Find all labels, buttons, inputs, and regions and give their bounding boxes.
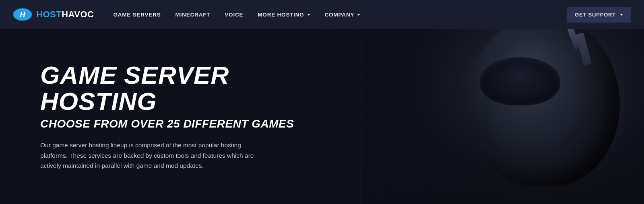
nav-item-minecraft[interactable]: MINECRAFT [175, 12, 211, 18]
chevron-down-icon [620, 14, 623, 16]
logo-text: HOSTHAVOC [36, 9, 94, 20]
nav-item-game-servers[interactable]: GAME SERVERS [113, 12, 161, 18]
helmet-shape [467, 29, 620, 186]
hero-content: GAME SERVER HOSTING CHOOSE FROM OVER 25 … [0, 62, 302, 171]
navbar: H HOSTHAVOC GAME SERVERS MINECRAFT VOICE… [0, 0, 644, 29]
hero-description: Our game server hosting lineup is compri… [40, 140, 266, 171]
chevron-down-icon [307, 14, 310, 16]
nav-item-company[interactable]: COMPANY [325, 12, 361, 18]
get-support-button[interactable]: GET SUPPORT [567, 7, 631, 23]
logo[interactable]: H HOSTHAVOC [13, 8, 94, 21]
nav-item-voice[interactable]: VOICE [225, 12, 243, 18]
hero-section: GAME SERVER HOSTING CHOOSE FROM OVER 25 … [0, 29, 644, 204]
logo-icon: H [13, 8, 32, 21]
hero-character-image [362, 29, 644, 204]
svg-text:H: H [20, 10, 26, 19]
nav-item-more-hosting[interactable]: MORE HOSTING [258, 12, 310, 18]
nav-right: GET SUPPORT [567, 7, 631, 23]
hero-title: GAME SERVER HOSTING [40, 62, 302, 114]
hero-subtitle: CHOOSE FROM OVER 25 DIFFERENT GAMES [40, 117, 302, 130]
chevron-down-icon [357, 14, 360, 16]
helmet-visor [480, 57, 560, 105]
nav-links: GAME SERVERS MINECRAFT VOICE MORE HOSTIN… [113, 12, 567, 18]
helmet-detail-1 [576, 33, 592, 66]
